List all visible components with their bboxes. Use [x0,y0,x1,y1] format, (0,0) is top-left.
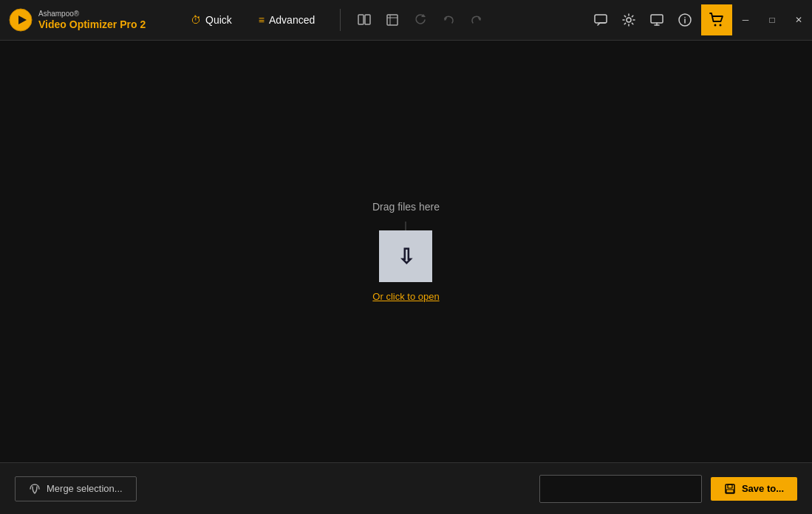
save-to-button[interactable]: Save to... [711,477,797,501]
info-button[interactable] [672,7,698,33]
chat-button[interactable] [587,7,614,33]
svg-rect-20 [726,484,734,493]
cart-icon [709,12,725,28]
download-arrow-icon: ⇩ [398,244,414,269]
advanced-label: Advanced [269,14,315,26]
mode-divider [340,9,341,31]
svg-point-18 [714,24,717,27]
maximize-icon: □ [769,15,774,25]
split-icon [358,13,371,27]
svg-rect-22 [726,490,734,493]
right-icons [584,7,701,33]
settings-button[interactable] [615,7,642,33]
screen-button[interactable] [644,7,670,33]
drop-box: ⇩ [379,230,432,282]
save-label: Save to... [742,483,784,494]
merge-label: Merge selection... [47,483,123,494]
drop-line [405,222,406,230]
brand-name: Ashampoo® [38,10,146,18]
quick-label: Quick [205,14,232,26]
screen-icon [649,13,664,27]
split-button[interactable] [351,7,378,33]
app-logo-icon [9,8,33,32]
svg-point-17 [684,17,686,18]
advanced-mode-button[interactable]: ≡ Advanced [247,10,327,30]
svg-rect-12 [651,15,663,23]
drop-icon-wrapper: ⇩ [379,222,432,282]
svg-rect-4 [387,15,398,25]
titlebar: Ashampoo® Video Optimizer Pro 2 ⏱ Quick … [0,0,812,41]
undo-button[interactable] [435,7,462,33]
info-icon [678,13,692,27]
quick-icon: ⏱ [191,14,201,26]
svg-rect-3 [365,15,370,24]
cart-button[interactable] [701,4,732,35]
rotate-icon [414,13,427,27]
merge-icon [29,483,41,495]
minimize-icon: ─ [743,15,749,25]
rotate-button[interactable] [407,7,434,33]
undo-icon [442,13,455,27]
minimize-button[interactable]: ─ [732,0,759,41]
close-button[interactable]: ✕ [785,0,812,41]
logo-area: Ashampoo® Video Optimizer Pro 2 [0,8,170,32]
svg-point-19 [720,24,722,27]
toolbar-icons [345,7,496,33]
crop-button[interactable] [379,7,406,33]
window-controls: ─ □ ✕ [732,0,812,41]
bottom-bar: Merge selection... Save to... [0,462,812,514]
app-title-block: Ashampoo® Video Optimizer Pro 2 [38,10,146,31]
save-icon [724,483,736,495]
svg-rect-10 [595,15,607,23]
output-path-input[interactable] [539,475,702,503]
merge-selection-button[interactable]: Merge selection... [15,476,137,501]
maximize-button[interactable]: □ [759,0,785,41]
crop-icon [386,13,399,27]
svg-rect-2 [358,15,364,24]
redo-button[interactable] [463,7,490,33]
drag-files-text: Drag files here [372,201,440,213]
main-area: Drag files here ⇩ Or click to open [0,41,812,462]
app-name: Video Optimizer Pro 2 [38,18,146,31]
mode-buttons: ⏱ Quick ≡ Advanced [170,10,335,30]
close-icon: ✕ [795,15,802,25]
click-to-open-link[interactable]: Or click to open [372,291,439,302]
gear-icon [621,13,636,27]
chat-icon [593,13,608,27]
svg-point-11 [627,18,631,22]
advanced-icon: ≡ [259,14,265,26]
drop-zone[interactable]: Drag files here ⇩ Or click to open [372,201,440,302]
quick-mode-button[interactable]: ⏱ Quick [179,10,244,30]
redo-icon [470,13,483,27]
